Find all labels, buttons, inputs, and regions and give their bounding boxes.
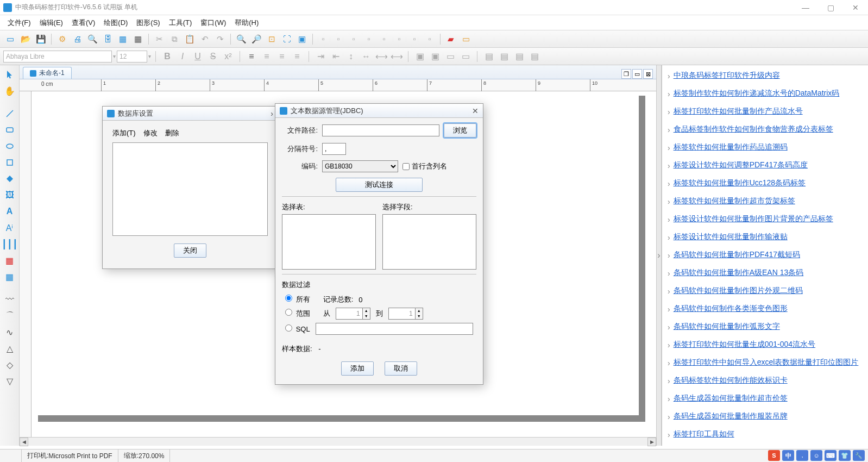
ime-lang[interactable]: 中 (782, 450, 794, 461)
order3-icon[interactable]: ▤ (512, 50, 526, 63)
menu-view[interactable]: 查看(V) (67, 16, 99, 30)
triangle-icon[interactable]: ▽ (3, 374, 17, 388)
redo-icon[interactable]: ↷ (213, 33, 227, 46)
pdf-icon[interactable]: ▰ (444, 33, 458, 46)
layers-icon[interactable]: ▦ (116, 33, 130, 46)
align-center-icon[interactable]: ≡ (260, 50, 274, 63)
spacing1-icon[interactable]: ⇥ (313, 50, 328, 63)
jdbc-add-button[interactable]: 添加 (341, 361, 374, 376)
order4-icon[interactable]: ▤ (527, 50, 542, 63)
tab-close-icon[interactable]: ⊠ (643, 69, 653, 79)
db-close-button[interactable]: 关闭 (174, 244, 206, 258)
filter-all-radio[interactable]: 所有 (285, 295, 310, 304)
db-dialog-title[interactable]: 数据库设置 › (103, 107, 278, 121)
rect-icon[interactable] (3, 123, 17, 137)
jdbc-title[interactable]: 文本数据源管理(JDBC) ✕ (275, 104, 483, 118)
group4-icon[interactable]: ▭ (458, 50, 473, 63)
spacing3-icon[interactable]: ↕ (344, 50, 358, 63)
underline-icon[interactable]: U (191, 50, 205, 63)
first-row-checkbox-label[interactable]: 首行含列名 (402, 161, 447, 171)
group3-icon[interactable]: ▭ (443, 50, 457, 63)
scroll-right-icon[interactable]: ▶ (647, 438, 656, 446)
zoom-sel-icon[interactable]: ▣ (295, 33, 309, 46)
qrcode-icon[interactable]: ▦ (3, 253, 17, 267)
align3-icon[interactable]: ▫ (347, 33, 361, 46)
menu-window[interactable]: 窗口(W) (196, 16, 230, 30)
save-icon[interactable]: 💾 (34, 33, 48, 46)
test-connection-button[interactable]: 测试连接 (336, 178, 423, 192)
field-listbox[interactable] (382, 214, 476, 270)
menu-draw[interactable]: 绘图(D) (99, 16, 132, 30)
sidebar-link[interactable]: 标签设计软件如何批量制作输液贴 (674, 231, 788, 242)
curve-icon[interactable]: ∿ (3, 325, 17, 339)
sidebar-link[interactable]: 标签打印软件如何批量制作产品流水号 (674, 105, 803, 117)
sidebar-collapse[interactable]: › (656, 65, 662, 446)
horizontal-scrollbar[interactable]: ◀ ▶ (20, 437, 656, 446)
zoom-out-icon[interactable]: 🔎 (249, 33, 263, 46)
sidebar-link[interactable]: 食品标签制作软件如何制作食物营养成分表标签 (674, 123, 833, 135)
ime-keyboard-icon[interactable]: ⌨ (825, 450, 836, 461)
ime-tool-icon[interactable]: 🔧 (853, 450, 865, 461)
menu-file[interactable]: 文件(F) (3, 16, 35, 30)
menu-help[interactable]: 帮助(H) (230, 16, 263, 30)
diamond-icon[interactable]: ◇ (3, 358, 17, 372)
align-left-icon[interactable]: ≡ (244, 50, 259, 63)
document-tab[interactable]: 未命名-1 (23, 67, 72, 79)
database-icon[interactable]: 🗄 (100, 33, 115, 46)
spacing5-icon[interactable]: ⟷ (374, 50, 388, 63)
table-icon[interactable]: ▦ (3, 270, 17, 284)
sidebar-link[interactable]: 标签软件如何批量制作超市货架标签 (674, 195, 795, 207)
align-justify-icon[interactable]: ≡ (290, 50, 304, 63)
menu-edit[interactable]: 编辑(E) (35, 16, 67, 30)
richtext-icon[interactable]: Aⁱ (3, 221, 17, 235)
tab-min-icon[interactable]: ▭ (632, 69, 642, 79)
print-icon[interactable]: 🖨 (70, 33, 84, 46)
font-size-input[interactable] (117, 51, 147, 63)
arc-icon[interactable]: ⌒ (3, 309, 17, 323)
bezier-icon[interactable]: 〰 (3, 292, 17, 307)
jdbc-close-icon[interactable]: ✕ (472, 107, 479, 115)
preview-icon[interactable]: 🔍 (85, 33, 99, 46)
ime-skin-icon[interactable]: 👕 (839, 450, 851, 461)
browse-button[interactable]: 浏览 (444, 123, 476, 138)
ime-punct-icon[interactable]: , (796, 450, 808, 461)
sidebar-link[interactable]: 标签软件如何批量制作Ucc128条码标签 (674, 177, 806, 189)
spacing6-icon[interactable]: ⟷ (389, 50, 404, 63)
strike-icon[interactable]: S (206, 50, 220, 63)
ellipse-icon[interactable] (3, 139, 17, 153)
text-icon[interactable]: A (3, 204, 17, 218)
copy-icon[interactable]: ⧉ (167, 33, 181, 46)
align-right-icon[interactable]: ≡ (275, 50, 289, 63)
sidebar-link[interactable]: 标签打印软件中如何导入excel表数据批量打印位图图片 (674, 357, 859, 368)
zoom-actual-icon[interactable]: ⛶ (280, 33, 294, 46)
bold-icon[interactable]: B (160, 50, 174, 63)
italic-icon[interactable]: I (175, 50, 190, 63)
align2-icon[interactable]: ▫ (331, 33, 345, 46)
encoding-select[interactable]: GB18030 (322, 160, 398, 172)
super-icon[interactable]: x² (221, 50, 235, 63)
db-list[interactable] (112, 142, 268, 236)
menu-shape[interactable]: 图形(S) (132, 16, 164, 30)
sidebar-link[interactable]: 条码生成器如何批量制作服装吊牌 (674, 410, 788, 422)
zoom-in-icon[interactable]: 🔍 (234, 33, 248, 46)
db-edit-menu[interactable]: 修改 (143, 128, 158, 138)
grid-icon[interactable]: ▦ (131, 33, 145, 46)
menu-tools[interactable]: 工具(T) (165, 16, 197, 30)
align6-icon[interactable]: ▫ (392, 33, 406, 46)
sidebar-link[interactable]: 条码标签软件如何制作能效标识卡 (674, 374, 788, 386)
sidebar-link[interactable]: 标签软件如何批量制作药品追溯码 (674, 141, 788, 153)
ime-smile-icon[interactable]: ☺ (810, 450, 822, 461)
image-icon[interactable]: 🖼 (3, 188, 17, 202)
align7-icon[interactable]: ▫ (407, 33, 422, 46)
sql-input[interactable] (316, 323, 473, 335)
order1-icon[interactable]: ▤ (482, 50, 496, 63)
sidebar-link[interactable]: 条码软件如何批量制作图片外观二维码 (674, 285, 803, 296)
jdbc-cancel-button[interactable]: 取消 (385, 361, 417, 376)
db-add-menu[interactable]: 添加(T) (112, 128, 136, 138)
tab-restore-icon[interactable]: ❐ (621, 69, 631, 79)
group2-icon[interactable]: ▣ (428, 50, 442, 63)
ime-icon[interactable]: S (768, 450, 780, 461)
sidebar-link[interactable]: 标签打印软件如何批量生成001-004流水号 (674, 339, 815, 350)
spacing2-icon[interactable]: ⇤ (329, 50, 343, 63)
hand-icon[interactable]: ✋ (3, 84, 17, 98)
